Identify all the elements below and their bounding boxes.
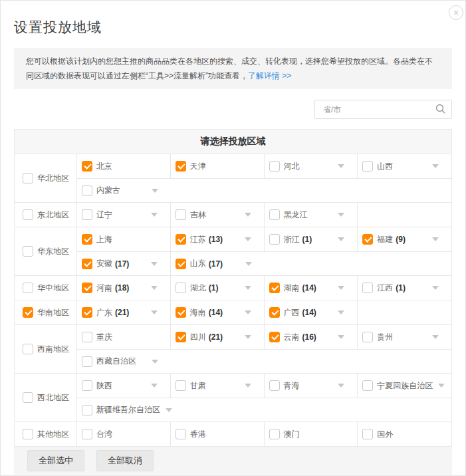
province-cell[interactable]: 江西(1) [358,276,451,300]
province-checkbox[interactable] [175,380,186,391]
province-cell[interactable]: 北京 [77,154,171,178]
province-cell[interactable]: 福建(9) [358,227,451,251]
chevron-down-icon[interactable] [338,164,344,168]
province-checkbox[interactable] [269,429,280,439]
chevron-down-icon[interactable] [245,237,251,241]
chevron-down-icon[interactable] [166,408,172,412]
chevron-down-icon[interactable] [245,310,251,314]
province-cell[interactable]: 澳门 [265,422,358,446]
province-checkbox[interactable] [175,429,186,439]
chevron-down-icon[interactable] [245,286,251,290]
province-checkbox[interactable] [82,283,92,293]
province-cell[interactable]: 广东(21) [77,300,171,324]
province-checkbox[interactable] [82,259,92,269]
province-checkbox[interactable] [269,234,280,245]
province-cell[interactable]: 上海 [77,227,171,251]
province-cell[interactable]: 台湾 [77,422,171,446]
chevron-down-icon[interactable] [338,310,344,314]
province-cell[interactable]: 浙江(1) [265,227,358,251]
chevron-down-icon[interactable] [152,360,158,364]
province-checkbox[interactable] [269,283,280,293]
province-cell[interactable]: 甘肃 [171,374,265,398]
province-cell[interactable]: 江苏(13) [171,227,265,251]
learn-more-link[interactable]: 了解详情 >> [248,71,291,80]
province-checkbox[interactable] [362,234,373,245]
province-checkbox[interactable] [82,209,92,220]
region-label-cell[interactable]: 西南地区 [15,325,77,373]
select-all-button[interactable]: 全部选中 [27,450,84,471]
province-cell[interactable]: 宁夏回族自治区 [358,374,451,398]
chevron-down-icon[interactable] [338,286,344,290]
region-checkbox[interactable] [23,173,33,183]
chevron-down-icon[interactable] [245,262,252,266]
province-checkbox[interactable] [82,332,92,342]
province-cell[interactable]: 内蒙古 [77,179,171,202]
province-checkbox[interactable] [82,234,92,245]
province-checkbox[interactable] [362,283,373,293]
chevron-down-icon[interactable] [151,213,158,217]
chevron-down-icon[interactable] [151,310,158,314]
province-cell[interactable]: 河南(18) [77,276,171,300]
chevron-down-icon[interactable] [245,384,251,388]
province-checkbox[interactable] [362,429,373,439]
chevron-down-icon[interactable] [151,286,158,290]
region-label-cell[interactable]: 华北地区 [15,154,77,202]
chevron-down-icon[interactable] [151,262,158,266]
province-checkbox[interactable] [175,283,186,293]
province-checkbox[interactable] [175,259,186,269]
close-icon[interactable]: × [449,5,463,20]
search-icon[interactable] [435,104,446,114]
region-label-cell[interactable]: 东北地区 [15,203,77,227]
province-checkbox[interactable] [82,161,92,172]
province-checkbox[interactable] [362,380,373,391]
province-checkbox[interactable] [175,234,186,245]
province-cell[interactable]: 国外 [358,422,451,446]
province-checkbox[interactable] [82,307,92,318]
province-cell[interactable]: 河北 [265,154,358,178]
province-cell[interactable]: 四川(21) [171,325,265,349]
province-checkbox[interactable] [269,307,280,318]
cancel-all-button[interactable]: 全部取消 [96,450,154,471]
province-cell[interactable]: 西藏自治区 [77,350,171,373]
province-checkbox[interactable] [82,380,92,391]
chevron-down-icon[interactable] [245,213,251,217]
region-label-cell[interactable]: 华中地区 [15,276,77,300]
province-checkbox[interactable] [175,161,186,172]
chevron-down-icon[interactable] [151,384,158,388]
province-cell[interactable]: 广西(14) [265,300,358,324]
region-checkbox[interactable] [23,283,33,293]
chevron-down-icon[interactable] [432,237,439,241]
region-label-cell[interactable]: 西北地区 [15,374,77,421]
chevron-down-icon[interactable] [438,384,445,388]
province-checkbox[interactable] [82,185,92,196]
province-cell[interactable]: 陕西 [77,374,171,398]
province-cell[interactable]: 辽宁 [77,203,171,227]
region-checkbox[interactable] [23,307,33,318]
region-checkbox[interactable] [23,429,33,439]
region-label-cell[interactable]: 华东地区 [15,227,77,275]
chevron-down-icon[interactable] [338,335,344,339]
province-checkbox[interactable] [82,356,92,367]
province-cell[interactable]: 天津 [171,154,265,178]
province-cell[interactable]: 云南(16) [265,325,358,349]
province-cell[interactable]: 安徽(17) [77,252,171,275]
province-cell[interactable]: 山西 [358,154,451,178]
province-cell[interactable]: 湖北(1) [171,276,265,300]
region-checkbox[interactable] [23,344,33,354]
province-checkbox[interactable] [175,209,186,220]
chevron-down-icon[interactable] [338,384,344,388]
province-checkbox[interactable] [82,405,92,416]
province-checkbox[interactable] [175,332,186,342]
province-cell[interactable]: 山东(17) [171,252,265,275]
region-checkbox[interactable] [23,209,33,220]
region-label-cell[interactable]: 其他地区 [15,422,77,446]
province-checkbox[interactable] [269,380,280,391]
chevron-down-icon[interactable] [152,189,158,193]
province-cell[interactable]: 贵州 [358,325,451,349]
province-checkbox[interactable] [269,332,280,342]
chevron-down-icon[interactable] [338,213,344,217]
province-checkbox[interactable] [362,161,373,172]
search-input[interactable] [314,100,452,119]
region-checkbox[interactable] [23,246,33,257]
province-cell[interactable]: 香港 [171,422,265,446]
